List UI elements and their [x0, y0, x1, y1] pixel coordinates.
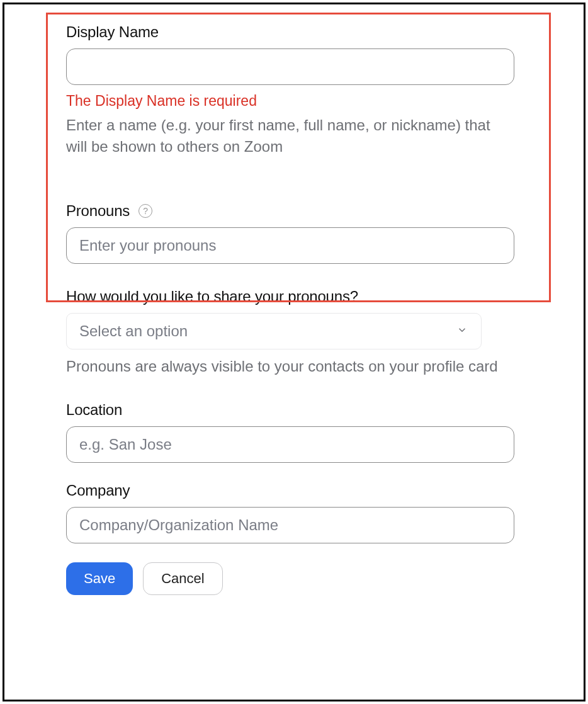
display-name-input[interactable] [66, 48, 514, 85]
display-name-error: The Display Name is required [66, 93, 514, 110]
pronouns-share-group: How would you like to share your pronoun… [66, 288, 514, 377]
pronouns-share-help: Pronouns are always visible to your cont… [66, 356, 514, 377]
display-name-label: Display Name [66, 23, 159, 41]
location-input[interactable] [66, 426, 514, 463]
pronouns-group: Pronouns ? [66, 202, 514, 264]
save-button[interactable]: Save [66, 562, 133, 595]
display-name-group: Display Name The Display Name is require… [66, 23, 514, 157]
cancel-button[interactable]: Cancel [143, 562, 222, 595]
profile-form: Display Name The Display Name is require… [4, 4, 584, 595]
display-name-help: Enter a name (e.g. your first name, full… [66, 115, 514, 157]
form-panel: Display Name The Display Name is require… [3, 3, 585, 701]
pronouns-share-placeholder: Select an option [79, 322, 188, 340]
button-row: Save Cancel [66, 562, 514, 595]
location-group: Location [66, 401, 514, 463]
company-input[interactable] [66, 507, 514, 543]
location-label: Location [66, 401, 122, 419]
pronouns-share-select[interactable]: Select an option [66, 313, 482, 349]
company-label: Company [66, 482, 130, 499]
pronouns-share-label: How would you like to share your pronoun… [66, 288, 358, 305]
pronouns-label: Pronouns [66, 202, 130, 220]
company-group: Company [66, 482, 514, 543]
help-icon[interactable]: ? [139, 204, 152, 218]
pronouns-input[interactable] [66, 227, 514, 264]
